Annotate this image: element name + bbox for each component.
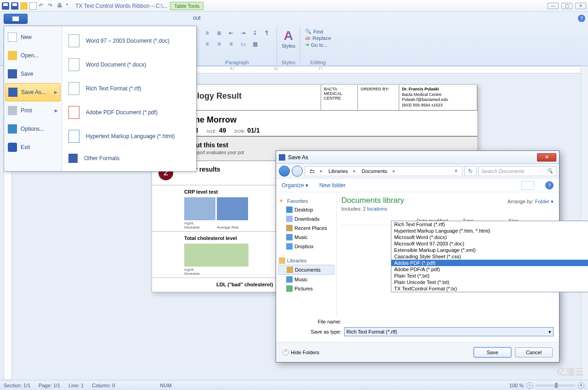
cancel-button[interactable]: Cancel xyxy=(515,347,553,357)
doc-doctor-block: Dr. Francis Pulaski Bacta Medical Centre… xyxy=(399,85,477,110)
filetype-option[interactable]: Adobe PDF (*.pdf) xyxy=(391,260,588,266)
filetype-option[interactable]: Hypertext Markup Language (*.htm, *.html… xyxy=(391,228,588,234)
goto-button[interactable]: ➔Go to... xyxy=(305,42,331,48)
breadcrumb[interactable]: 🗀▸ Libraries▸ Documents▸ ▾ xyxy=(305,166,463,176)
submenu-arrow-icon: ▶ xyxy=(54,90,57,95)
qat-undo-icon[interactable]: ↶ xyxy=(39,2,46,10)
format-html[interactable]: Hypertext Markup Language (*.html) xyxy=(62,124,196,148)
borders-icon[interactable]: ▭ xyxy=(238,39,248,49)
filetype-option[interactable]: Microsoft Word (*.docx) xyxy=(391,234,588,240)
other-format-icon xyxy=(68,154,78,163)
filetype-option[interactable]: TX TextControl Format (*.tx) xyxy=(391,285,588,292)
saveastype-combobox[interactable]: Rich Text Format (*.rtf)▾ xyxy=(344,327,554,336)
filetype-option[interactable]: Extensible Markup Language (*.xml) xyxy=(391,247,588,253)
zoom-slider[interactable] xyxy=(536,384,575,386)
file-item-new[interactable]: New xyxy=(4,28,62,46)
indent-icon[interactable]: ⇥ xyxy=(238,28,248,38)
find-button[interactable]: 🔍Find xyxy=(305,28,331,34)
numbering-icon[interactable]: ≣ xyxy=(214,28,224,38)
zoom-control[interactable]: 100 % − + xyxy=(509,382,584,389)
qat-new-icon[interactable] xyxy=(29,2,37,10)
align-left-icon[interactable]: ≡ xyxy=(202,39,212,49)
organize-button[interactable]: Organize ▾ xyxy=(282,182,308,189)
qat-dropdown-icon[interactable]: ▾ xyxy=(66,2,70,10)
qat-save-icon[interactable] xyxy=(11,2,18,10)
align-center-icon[interactable]: ≡ xyxy=(214,39,224,49)
styles-icon[interactable]: A xyxy=(282,28,295,43)
outdent-icon[interactable]: ⇤ xyxy=(226,28,236,38)
file-menu-button[interactable] xyxy=(4,14,28,24)
ribbon-group-styles: A Styles Styles xyxy=(277,27,300,66)
replace-button[interactable]: abReplace xyxy=(305,35,331,41)
status-page: Page: 1/1 xyxy=(39,383,60,388)
styles-button-label[interactable]: Styles xyxy=(282,43,295,49)
tree-downloads[interactable]: Downloads xyxy=(278,214,334,223)
file-item-open[interactable]: Open... xyxy=(4,46,62,65)
ribbon-tab-layout[interactable]: out xyxy=(193,15,201,21)
tree-dropbox[interactable]: Dropbox xyxy=(278,242,334,251)
print-icon xyxy=(8,106,17,115)
hide-folders-button[interactable]: ˄Hide Folders xyxy=(283,349,319,356)
ribbon-tabs: out xyxy=(193,15,201,21)
shading-icon[interactable]: ▦ xyxy=(250,39,260,49)
new-icon xyxy=(8,33,17,42)
showmarks-icon[interactable]: ¶ xyxy=(262,28,272,38)
window-title: TX Text Control Words Ribbon – C:\... xyxy=(75,3,167,9)
bullets-icon[interactable]: ≡ xyxy=(202,28,212,38)
dialog-help-icon[interactable]: ? xyxy=(545,181,554,189)
watermark: 亿速云 xyxy=(557,366,584,378)
file-item-print[interactable]: Print▶ xyxy=(4,101,62,120)
tree-pictures[interactable]: Pictures xyxy=(278,284,334,293)
file-item-save[interactable]: Save xyxy=(4,65,62,83)
status-line: Line: 1 xyxy=(68,383,84,388)
dialog-titlebar[interactable]: Save As ✕ xyxy=(276,151,559,164)
tree-recent[interactable]: Recent Places xyxy=(278,223,334,233)
nav-forward-button[interactable] xyxy=(292,166,303,177)
dialog-close-button[interactable]: ✕ xyxy=(537,153,556,162)
tree-documents[interactable]: Documents xyxy=(278,265,334,275)
newfolder-button[interactable]: New folder xyxy=(319,182,345,189)
zoom-in-button[interactable]: + xyxy=(578,382,584,389)
format-other[interactable]: Other Formats xyxy=(62,148,196,168)
group-label-editing: Editing xyxy=(305,60,331,65)
tree-music[interactable]: Music xyxy=(278,233,334,242)
qat-open-icon[interactable] xyxy=(20,2,28,10)
qat-print-icon[interactable]: 🖶 xyxy=(57,2,64,10)
zoom-out-button[interactable]: − xyxy=(526,382,533,389)
file-list-pane: Documents library Includes: 2 locations … xyxy=(337,192,559,316)
help-icon[interactable]: ? xyxy=(578,15,585,22)
sort-icon[interactable]: ↧ xyxy=(250,28,260,38)
filetype-option[interactable]: Plain Text (*.txt) xyxy=(391,273,588,279)
filetype-option[interactable]: Plain Unicode Text (*.txt) xyxy=(391,279,588,285)
file-item-options[interactable]: Options... xyxy=(4,120,62,138)
file-item-exit[interactable]: Exit xyxy=(4,138,62,156)
qat-redo-icon[interactable]: ↷ xyxy=(48,2,55,10)
maximize-button[interactable]: ▢ xyxy=(561,3,572,9)
folder-tree[interactable]: ★Favorites Desktop Downloads Recent Plac… xyxy=(276,192,337,316)
linespace-icon[interactable]: ≡ xyxy=(226,39,236,49)
format-doc[interactable]: Word 97 – 2003 Document (*.doc) xyxy=(62,29,196,53)
format-rtf[interactable]: Rich Text Format (*.rtf) xyxy=(62,77,196,100)
file-item-saveas[interactable]: Save As...▶ xyxy=(5,83,61,101)
library-subtitle: Includes: 2 locations xyxy=(341,206,554,212)
view-button[interactable] xyxy=(521,181,534,190)
format-pdf[interactable]: Adobe PDF Document (*.pdf) xyxy=(62,100,196,124)
nav-back-button[interactable] xyxy=(279,166,290,177)
refresh-button[interactable]: ↻ xyxy=(464,166,476,176)
arrange-by[interactable]: Arrange by: Folder ▾ xyxy=(508,199,554,205)
tree-desktop[interactable]: Desktop xyxy=(278,205,334,214)
filetype-option[interactable]: Microsoft Word 97-2003 (*.doc) xyxy=(391,240,588,247)
filetype-dropdown-list[interactable]: Rich Text Format (*.rtf)Hypertext Markup… xyxy=(391,221,588,292)
search-input[interactable]: Search Documents🔍 xyxy=(478,166,556,176)
save-button[interactable]: Save xyxy=(474,347,511,357)
tree-music2[interactable]: Music xyxy=(278,275,334,284)
contextual-tab-table-tools[interactable]: Table Tools xyxy=(170,2,204,10)
close-button[interactable]: ✕ xyxy=(575,3,586,9)
filetype-option[interactable]: Cascading Style Sheet (*.css) xyxy=(391,253,588,260)
minimize-button[interactable]: — xyxy=(548,3,559,9)
filetype-option[interactable]: Rich Text Format (*.rtf) xyxy=(391,221,588,228)
pdf-icon xyxy=(68,106,79,119)
documents-icon xyxy=(287,267,293,273)
filetype-option[interactable]: Adobe PDF/A (*.pdf) xyxy=(391,266,588,273)
format-docx[interactable]: Word Document (*.docx) xyxy=(62,53,196,77)
